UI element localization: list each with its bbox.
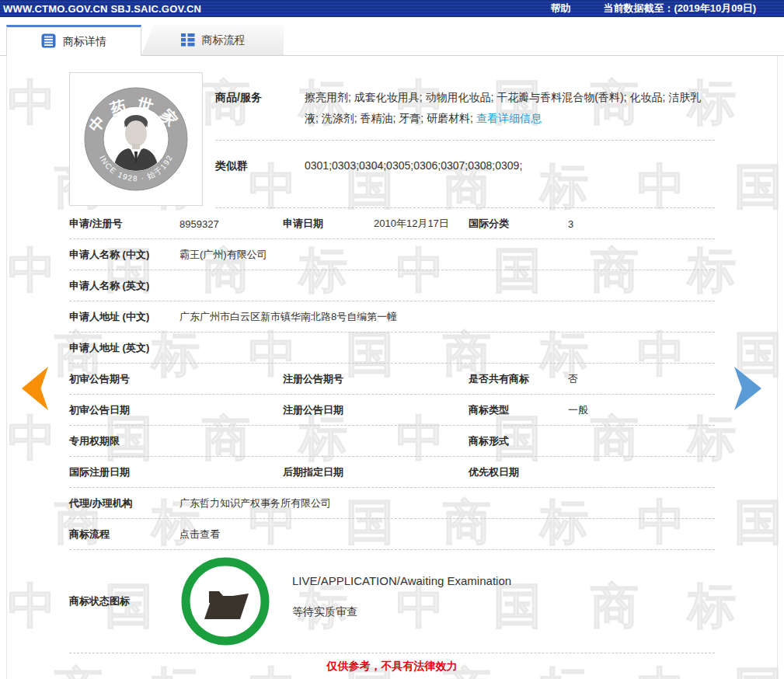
goods-services-row: 商品/服务 擦亮用剂; 成套化妆用具; 动物用化妆品; 干花瓣与香料混合物(香料… xyxy=(215,72,715,141)
table-row: 申请人名称 (中文)霸王(广州)有限公司 xyxy=(69,239,715,270)
table-row: 初审公告期号注册公告期号是否共有商标否 xyxy=(69,364,715,395)
field-label: 申请人名称 (英文) xyxy=(69,279,149,293)
field-value: 霸王(广州)有限公司 xyxy=(179,248,715,262)
status-row: 商标状态图标 LIVE/APPLICATION/Awaiting Examina… xyxy=(69,550,715,653)
field-label: 申请人名称 (中文) xyxy=(69,248,149,262)
footer: 仅供参考，不具有法律效力 xyxy=(69,653,715,679)
field-label: 申请/注册号 xyxy=(69,217,123,231)
field-value-link[interactable]: 点击查看 xyxy=(179,528,715,541)
details-rows: 申请/注册号8959327申请日期2010年12月17日国际分类3申请人名称 (… xyxy=(69,208,715,550)
field-label: 优先权日期 xyxy=(469,465,519,479)
table-row: 专用权期限商标形式 xyxy=(69,426,715,457)
table-row: 代理/办理机构广东哲力知识产权事务所有限公司 xyxy=(69,488,715,519)
table-row: 国际注册日期后期指定日期优先权日期 xyxy=(69,457,715,488)
trademark-image: 中药世家 SINCE 1928 · 始于1928 xyxy=(69,72,203,206)
similar-group-row: 类似群 0301;0303;0304;0305;0306;0307;0308;0… xyxy=(215,141,715,208)
table-row: 申请人名称 (英文) xyxy=(69,270,715,301)
field-label: 注册公告日期 xyxy=(283,403,343,417)
field-value: 8959327 xyxy=(179,218,219,229)
field-label: 后期指定日期 xyxy=(283,465,343,479)
help-link[interactable]: 帮助 xyxy=(551,2,571,16)
field-label: 代理/办理机构 xyxy=(69,496,133,510)
tab-trademark-flow[interactable]: 商标流程 xyxy=(141,25,284,55)
field-label: 专用权期限 xyxy=(69,434,120,448)
field-label: 商标流程 xyxy=(69,528,110,541)
status-text-cn: 等待实质审查 xyxy=(292,605,357,619)
field-label: 申请人地址 (英文) xyxy=(69,341,149,355)
table-row: 初审公告日期注册公告日期商标类型一般 xyxy=(69,395,715,426)
goods-services-value: 擦亮用剂; 成套化妆用具; 动物用化妆品; 干花瓣与香料混合物(香料); 化妆品… xyxy=(305,87,715,140)
field-value: 否 xyxy=(568,372,578,386)
tab-trademark-detail[interactable]: 商标详情 xyxy=(6,25,141,56)
field-label: 初审公告日期 xyxy=(69,403,130,417)
trademark-detail-panel: 中药世家 SINCE 1928 · 始于1928 商品/服务 擦亮用剂; 成套化… xyxy=(6,56,778,679)
top-section: 中药世家 SINCE 1928 · 始于1928 商品/服务 擦亮用剂; 成套化… xyxy=(69,72,715,208)
field-label: 商标状态图标 xyxy=(69,594,130,608)
tab-strip: 商标详情 商标流程 xyxy=(0,25,784,56)
field-label: 商标形式 xyxy=(469,434,509,448)
table-row: 申请人地址 (英文) xyxy=(69,333,715,364)
field-label: 申请日期 xyxy=(283,217,323,231)
field-label: 商标类型 xyxy=(469,403,509,417)
similar-group-value: 0301;0303;0304;0305;0306;0307;0308;0309; xyxy=(305,159,715,207)
view-details-link[interactable]: 查看详细信息 xyxy=(476,112,542,124)
site-title: WWW.CTMO.GOV.CN SBJ.SAIC.GOV.CN xyxy=(0,3,551,15)
field-label: 初审公告期号 xyxy=(69,372,130,386)
table-row: 申请人地址 (中文)广东广州市白云区新市镇华南北路8号自编第一幢 xyxy=(69,301,715,333)
field-value: 3 xyxy=(568,218,573,229)
field-value: 广东哲力知识产权事务所有限公司 xyxy=(179,496,715,510)
status-folder-icon xyxy=(181,557,270,649)
status-text-en: LIVE/APPLICATION/Awaiting Examination xyxy=(292,574,511,587)
tab-label: 商标流程 xyxy=(202,33,246,47)
list-icon xyxy=(180,32,195,49)
field-label: 国际注册日期 xyxy=(69,465,130,479)
disclaimer-text: 仅供参考，不具有法律效力 xyxy=(327,660,458,674)
data-cutoff-date: 当前数据截至：(2019年10月09日) xyxy=(604,2,757,16)
field-label: 申请人地址 (中文) xyxy=(69,310,149,324)
field-value: 广东广州市白云区新市镇华南北路8号自编第一幢 xyxy=(179,310,715,324)
field-label: 是否共有商标 xyxy=(469,372,529,386)
field-label: 商品/服务 xyxy=(215,91,305,140)
tab-label: 商标详情 xyxy=(63,35,106,49)
table-row: 申请/注册号8959327申请日期2010年12月17日国际分类3 xyxy=(69,208,715,239)
table-row: 商标流程点击查看 xyxy=(69,519,715,550)
top-bar: WWW.CTMO.GOV.CN SBJ.SAIC.GOV.CN 帮助 当前数据截… xyxy=(0,0,784,17)
field-label: 国际分类 xyxy=(469,217,509,231)
field-label: 类似群 xyxy=(215,159,305,207)
trademark-seal: 中药世家 SINCE 1928 · 始于1928 xyxy=(70,73,202,205)
field-value: 2010年12月17日 xyxy=(374,217,449,231)
field-value: 一般 xyxy=(568,403,588,417)
document-lines-icon xyxy=(41,33,56,50)
field-label: 注册公告期号 xyxy=(283,372,343,386)
